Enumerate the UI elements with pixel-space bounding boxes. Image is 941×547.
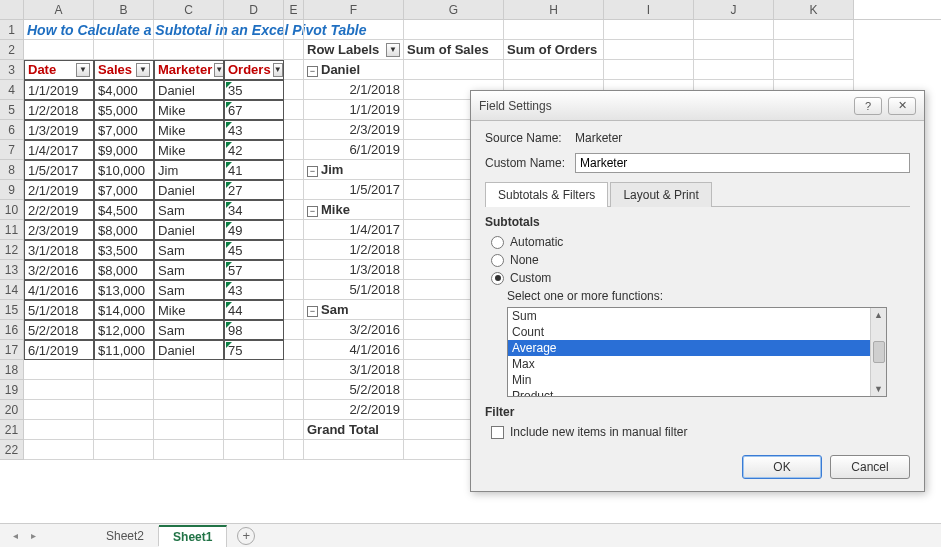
cell[interactable] [284,60,304,80]
cell[interactable]: Sam [154,200,224,220]
cell[interactable]: 5/2/2018 [24,320,94,340]
radio-automatic[interactable]: Automatic [485,235,910,249]
cell[interactable] [284,300,304,320]
column-header[interactable]: I [604,0,694,19]
cell[interactable] [154,440,224,460]
cell[interactable]: Grand Total [304,420,404,440]
cell[interactable]: 2/2/2019 [304,400,404,420]
scroll-down-icon[interactable]: ▼ [874,382,883,396]
row-header[interactable]: 1 [0,20,24,40]
cell[interactable] [774,20,854,40]
cell[interactable]: Daniel [154,80,224,100]
row-header[interactable]: 21 [0,420,24,440]
cell[interactable]: Sam [154,280,224,300]
column-header[interactable]: E [284,0,304,19]
cell[interactable]: 6/1/2019 [24,340,94,360]
cell[interactable] [224,20,284,40]
column-header[interactable]: K [774,0,854,19]
cell[interactable] [94,400,154,420]
cell[interactable] [284,240,304,260]
sheet-tab[interactable]: Sheet2 [92,526,159,546]
cell[interactable]: 42 [224,140,284,160]
row-header[interactable]: 6 [0,120,24,140]
collapse-icon[interactable]: − [307,206,318,217]
cell[interactable] [604,20,694,40]
cell[interactable] [94,440,154,460]
cell[interactable]: −Sam [304,300,404,320]
close-button[interactable]: ✕ [888,97,916,115]
radio-none[interactable]: None [485,253,910,267]
cell[interactable] [694,40,774,60]
cell[interactable]: Mike [154,120,224,140]
cell[interactable]: $9,000 [94,140,154,160]
filter-dropdown-icon[interactable]: ▼ [76,63,90,77]
cell[interactable] [604,60,694,80]
custom-name-input[interactable] [575,153,910,173]
cell[interactable]: $11,000 [94,340,154,360]
cell[interactable]: $10,000 [94,160,154,180]
cell[interactable] [94,20,154,40]
cell[interactable] [694,20,774,40]
nav-first-icon[interactable]: ◂ [8,529,22,543]
cell[interactable]: $5,000 [94,100,154,120]
cell[interactable]: 4/1/2016 [24,280,94,300]
function-option[interactable]: Product [508,388,886,396]
cell[interactable]: $7,000 [94,120,154,140]
scroll-up-icon[interactable]: ▲ [874,308,883,322]
cell[interactable]: 2/1/2019 [24,180,94,200]
cell[interactable] [24,440,94,460]
filter-dropdown-icon[interactable]: ▼ [386,43,400,57]
cell[interactable]: 1/1/2019 [24,80,94,100]
cell[interactable] [284,420,304,440]
radio-custom[interactable]: Custom [485,271,910,285]
function-option[interactable]: Max [508,356,886,372]
filter-dropdown-icon[interactable]: ▼ [273,63,283,77]
row-header[interactable]: 7 [0,140,24,160]
cell[interactable] [94,420,154,440]
cell[interactable] [284,380,304,400]
cell[interactable]: $4,500 [94,200,154,220]
cell[interactable]: Sales▼ [94,60,154,80]
row-header[interactable]: 4 [0,80,24,100]
cell[interactable] [154,40,224,60]
cell[interactable]: 5/1/2018 [304,280,404,300]
cell[interactable] [94,360,154,380]
cell[interactable] [284,120,304,140]
collapse-icon[interactable]: − [307,166,318,177]
cell[interactable] [284,400,304,420]
cell[interactable] [504,20,604,40]
cell[interactable] [304,20,404,40]
cell[interactable] [284,440,304,460]
functions-listbox[interactable]: SumCountAverageMaxMinProduct ▲ ▼ [507,307,887,397]
column-header[interactable]: F [304,0,404,19]
cell[interactable] [24,420,94,440]
cell[interactable]: Marketer▼ [154,60,224,80]
cell[interactable]: 2/3/2019 [304,120,404,140]
column-header[interactable]: A [24,0,94,19]
cell[interactable] [224,40,284,60]
cell[interactable]: Jim [154,160,224,180]
cell[interactable]: Daniel [154,180,224,200]
cell[interactable] [284,180,304,200]
add-sheet-button[interactable]: + [237,527,255,545]
cell[interactable] [94,40,154,60]
row-header[interactable]: 14 [0,280,24,300]
cell[interactable]: $8,000 [94,220,154,240]
cell[interactable]: 43 [224,120,284,140]
cell[interactable] [284,160,304,180]
row-header[interactable]: 2 [0,40,24,60]
row-header[interactable]: 13 [0,260,24,280]
cell[interactable] [284,200,304,220]
cell[interactable]: 57 [224,260,284,280]
cell[interactable] [154,380,224,400]
cell[interactable] [284,100,304,120]
cell[interactable]: 2/1/2018 [304,80,404,100]
cell[interactable]: 98 [224,320,284,340]
cell[interactable] [774,40,854,60]
row-header[interactable]: 9 [0,180,24,200]
cell[interactable] [24,400,94,420]
cell[interactable]: Sum of Orders [504,40,604,60]
cell[interactable]: Daniel [154,340,224,360]
cell[interactable] [154,400,224,420]
cell[interactable] [224,420,284,440]
